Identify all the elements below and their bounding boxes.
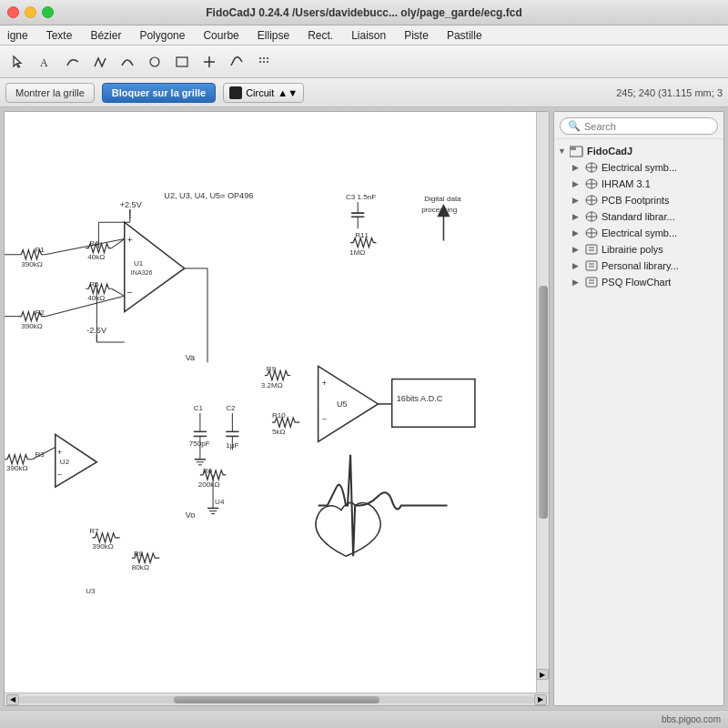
svg-text:C3  1.5nF: C3 1.5nF <box>346 193 376 201</box>
menu-item-ligne[interactable]: igne <box>4 29 32 42</box>
tool-polygon[interactable] <box>87 49 113 75</box>
canvas-inner[interactable]: +2.5V -2.5V U2, U3, U4, U5= OP496 R1 390… <box>5 112 549 705</box>
tool-rect[interactable] <box>169 49 195 75</box>
tree-root-fidocadj[interactable]: ▼ FidoCadJ <box>554 143 723 159</box>
scroll-thumb[interactable] <box>174 696 379 703</box>
menu-item-texte[interactable]: Texte <box>43 29 76 42</box>
scroll-right-arrow[interactable]: ▶ <box>534 694 547 705</box>
scroll-down-arrow[interactable]: ▶ <box>536 669 549 680</box>
library-icon-7 <box>584 276 599 288</box>
maximize-button[interactable] <box>42 6 54 18</box>
window-title: FidoCadJ 0.24.4 /Users/davidebucc... oly… <box>206 6 521 19</box>
menu-item-rect[interactable]: Rect. <box>304 29 337 42</box>
library-icon-6 <box>584 259 599 272</box>
library-item-1[interactable]: ▶ IHRAM 3.1 <box>569 176 723 192</box>
menu-bar: igne Texte Bézier Polygone Courbe Ellips… <box>0 25 728 46</box>
menu-item-pastille[interactable]: Pastille <box>443 29 486 42</box>
item-arrow-2: ▶ <box>572 196 581 205</box>
library-icon-2 <box>584 194 599 207</box>
traffic-lights[interactable] <box>7 6 54 18</box>
secondary-toolbar: Montrer la grille Bloquer sur la grille … <box>0 78 728 107</box>
search-input-wrapper[interactable]: 🔍 <box>560 117 718 135</box>
item-arrow-1: ▶ <box>572 179 581 188</box>
library-item-7[interactable]: ▶ PSQ FlowChart <box>569 274 723 290</box>
item-label-5: Librairie polys <box>602 244 663 255</box>
svg-point-5 <box>259 57 261 59</box>
tool-more[interactable] <box>251 49 277 75</box>
vertical-scrollbar[interactable]: ▶ <box>536 112 549 693</box>
item-arrow-3: ▶ <box>572 212 581 221</box>
library-item-2[interactable]: ▶ PCB Footprints <box>569 192 723 208</box>
main-area: +2.5V -2.5V U2, U3, U4, U5= OP496 R1 390… <box>0 107 728 710</box>
menu-item-ellipse[interactable]: Ellipse <box>254 29 293 42</box>
library-icon-3 <box>584 210 599 223</box>
menu-item-bezier[interactable]: Bézier <box>86 29 125 42</box>
svg-text:U2, U3, U4, U5= OP496: U2, U3, U4, U5= OP496 <box>164 191 253 200</box>
svg-text:1µF: 1µF <box>226 441 238 450</box>
svg-rect-102 <box>570 147 576 150</box>
library-icon-5 <box>584 243 599 256</box>
search-box: 🔍 <box>554 112 723 139</box>
svg-text:3.2MΩ: 3.2MΩ <box>261 381 283 389</box>
svg-text:A: A <box>40 56 48 69</box>
svg-text:−: − <box>127 288 133 298</box>
show-grid-button[interactable]: Montrer la grille <box>5 83 95 103</box>
svg-text:+2.5V: +2.5V <box>120 200 143 209</box>
menu-item-liaison[interactable]: Liaison <box>348 29 389 42</box>
circuit-selector[interactable]: Circuit ▲▼ <box>223 83 304 103</box>
fidocadj-icon <box>570 145 584 157</box>
item-label-0: Electrical symb... <box>602 162 677 173</box>
horizontal-scrollbar[interactable]: ◀ ▶ <box>5 693 549 705</box>
svg-text:−: − <box>57 470 62 480</box>
menu-item-piste[interactable]: Piste <box>400 29 432 42</box>
svg-rect-124 <box>586 278 597 287</box>
tool-ellipse[interactable] <box>142 49 167 75</box>
svg-rect-121 <box>586 261 597 270</box>
svg-text:+: + <box>127 235 133 245</box>
tool-curve[interactable] <box>60 49 86 75</box>
item-arrow-0: ▶ <box>572 163 581 172</box>
library-item-6[interactable]: ▶ Personal library... <box>569 258 723 274</box>
circuit-dropdown-icon[interactable]: ▲▼ <box>278 87 298 98</box>
library-item-5[interactable]: ▶ Librairie polys <box>569 241 723 258</box>
svg-point-6 <box>263 57 265 59</box>
tree-root-arrow: ▼ <box>558 147 567 156</box>
library-icon-1 <box>584 177 599 190</box>
close-button[interactable] <box>7 6 19 18</box>
menu-item-courbe[interactable]: Courbe <box>199 29 242 42</box>
svg-text:+: + <box>57 448 62 457</box>
svg-line-32 <box>112 288 125 296</box>
svg-text:16bits A.D.C: 16bits A.D.C <box>397 394 443 403</box>
svg-text:U1: U1 <box>134 259 144 268</box>
tool-cross[interactable] <box>197 49 222 75</box>
svg-text:Vo: Vo <box>186 511 196 520</box>
scroll-track <box>19 696 534 703</box>
right-panel: 🔍 ▼ FidoCadJ ▶ Electr <box>553 111 724 706</box>
svg-text:+: + <box>322 379 327 388</box>
item-arrow-6: ▶ <box>572 261 581 270</box>
svg-text:1MΩ: 1MΩ <box>349 248 365 257</box>
tool-text[interactable]: A <box>33 49 58 75</box>
v-scroll-thumb[interactable] <box>539 286 548 518</box>
library-item-3[interactable]: ▶ Standard librar... <box>569 208 723 225</box>
tool-arc[interactable] <box>115 49 140 75</box>
svg-text:R11: R11 <box>355 231 369 239</box>
search-input[interactable] <box>584 121 710 132</box>
tool-wire[interactable] <box>224 49 249 75</box>
snap-grid-button[interactable]: Bloquer sur la grille <box>102 83 216 103</box>
svg-text:40kΩ: 40kΩ <box>87 253 105 261</box>
canvas-area[interactable]: +2.5V -2.5V U2, U3, U4, U5= OP496 R1 390… <box>4 111 550 706</box>
item-label-6: Personal library... <box>602 260 679 271</box>
svg-text:−: − <box>322 415 327 424</box>
menu-item-polygone[interactable]: Polygone <box>136 29 188 42</box>
svg-text:INA326: INA326 <box>131 269 153 277</box>
svg-rect-2 <box>177 57 187 66</box>
tool-select[interactable] <box>5 49 31 75</box>
library-item-4[interactable]: ▶ Electrical symb... <box>569 225 723 241</box>
minimize-button[interactable] <box>25 6 36 18</box>
svg-text:200kΩ: 200kΩ <box>198 480 220 489</box>
library-item-0[interactable]: ▶ Electrical symb... <box>569 159 723 176</box>
svg-text:U3: U3 <box>86 587 96 595</box>
svg-point-10 <box>267 61 268 63</box>
scroll-left-arrow[interactable]: ◀ <box>6 694 19 705</box>
